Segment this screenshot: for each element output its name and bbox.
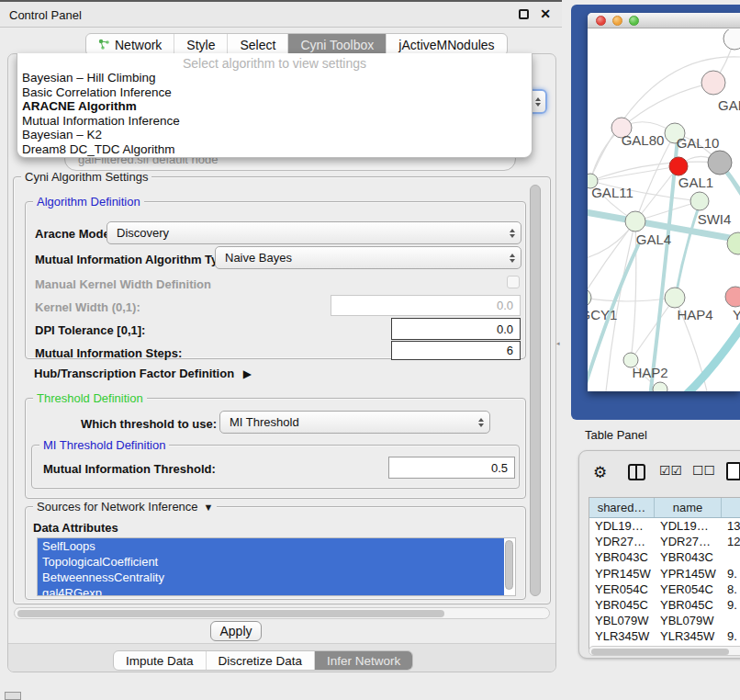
deselect-all-columns-icon[interactable]: ☐☐ [692, 463, 715, 478]
cell: 9. [722, 597, 740, 613]
cell: 13 [722, 518, 740, 534]
mi-threshold-field[interactable]: 0.5 [388, 457, 515, 479]
node-label: HAP2 [632, 365, 667, 380]
dpi-tolerance-label: DPI Tolerance [0,1]: [35, 323, 145, 337]
tab-jactivemnodules[interactable]: jActiveMNodules [387, 34, 506, 55]
node-gal1[interactable] [690, 192, 709, 210]
table-row[interactable]: YER054CYER054C8. [589, 581, 740, 597]
cell: 9. [722, 628, 740, 644]
settings-horizontal-scrollbar[interactable] [14, 607, 550, 619]
apply-label: Apply [219, 624, 252, 638]
sources-group: Sources for Network Inference ▼ Data Att… [25, 506, 526, 600]
table-horizontal-scrollbar[interactable] [589, 646, 740, 656]
table-row[interactable]: YBR045CYBR045C9. [589, 597, 740, 613]
node-y-partial[interactable] [725, 287, 740, 307]
list-item[interactable]: TopologicalCoefficient [38, 554, 504, 570]
algorithm-option[interactable]: Dream8 DC_TDC Algorithm [17, 142, 532, 157]
which-threshold-label: Which threshold to use: [81, 417, 217, 431]
tab-discretize-data[interactable]: Discretize Data [207, 651, 316, 670]
node-unlabeled[interactable] [653, 382, 667, 391]
mi-type-combobox[interactable]: Naive Bayes [215, 246, 521, 269]
node-table: shared… name YDL19…YDL19…13 YDR27…YDR27…… [589, 497, 740, 649]
gear-icon[interactable]: ⚙ [593, 463, 607, 482]
list-item[interactable]: gal4RGexp [38, 585, 504, 596]
node-gray[interactable] [708, 151, 732, 175]
new-table-icon[interactable] [726, 462, 740, 480]
control-panel-titlebar: Control Panel ✕ [0, 0, 562, 28]
dpi-tolerance-field[interactable]: 0.0 [391, 318, 521, 340]
column-header[interactable]: name [655, 498, 722, 517]
kernel-width-value: 0.0 [497, 299, 513, 312]
table-row[interactable]: YLR345WYLR345W9. [589, 628, 740, 644]
tab-impute-data[interactable]: Impute Data [114, 651, 207, 670]
algorithm-option[interactable]: Bayesian – Hill Climbing [17, 71, 532, 85]
manual-kernel-checkbox[interactable] [507, 276, 520, 288]
node-gal4[interactable] [625, 211, 645, 231]
float-window-icon[interactable] [519, 9, 529, 19]
aracne-mode-value: Discovery [117, 226, 169, 240]
algorithm-option-selected[interactable]: ARACNE Algorithm [17, 99, 532, 114]
kernel-width-label: Kernel Width (0,1): [35, 300, 140, 314]
spinner-icon [502, 229, 515, 238]
close-traffic-light-icon[interactable] [596, 16, 606, 26]
data-attributes-label: Data Attributes [33, 521, 118, 535]
list-item[interactable]: BetweennessCentrality [38, 570, 504, 585]
table-row[interactable]: YDL19…YDL19…13 [589, 518, 740, 534]
mi-steps-field[interactable]: 6 [391, 341, 521, 360]
node-selected-red[interactable] [669, 157, 688, 175]
tab-select[interactable]: Select [228, 34, 288, 55]
sources-title: Sources for Network Inference [37, 500, 198, 514]
aracne-mode-label: Aracne Mode: [35, 227, 114, 241]
node-gcy1[interactable] [588, 288, 591, 307]
minimize-traffic-light-icon[interactable] [612, 16, 622, 26]
algorithm-option[interactable]: Bayesian – K2 [17, 128, 532, 142]
node-label: GAL10 [677, 135, 720, 151]
column-header[interactable] [722, 498, 740, 517]
node-gal-partial[interactable] [701, 71, 725, 95]
node-hap4[interactable] [665, 288, 685, 308]
table-header-row: shared… name [589, 498, 740, 518]
network-view-window: GAL GAL80 GAL10 GAL1 GAL11 SWI4 GAL4 GCY… [588, 13, 740, 391]
cell [722, 549, 740, 565]
collapse-triangle-icon[interactable]: ▼ [204, 502, 214, 513]
tab-cyni-toolbox[interactable]: Cyni Toolbox [288, 34, 387, 55]
split-pane-handle[interactable]: ◂ [556, 339, 562, 347]
table-row[interactable]: YDR27…YDR27…12 [589, 534, 740, 549]
cell: YPR145W [655, 566, 722, 581]
expand-triangle-icon: ▶ [243, 367, 252, 380]
tab-style[interactable]: Style [174, 34, 228, 55]
aracne-mode-combobox[interactable]: Discovery [107, 221, 521, 244]
horizontal-scrollbar-thumb[interactable] [591, 649, 729, 655]
cell: YLR345W [589, 628, 655, 644]
horizontal-scrollbar-thumb[interactable] [17, 610, 444, 617]
algorithm-option[interactable]: Mutual Information Inference [17, 114, 532, 129]
tab-label: Network [115, 38, 162, 52]
network-canvas[interactable]: GAL GAL80 GAL10 GAL1 GAL11 SWI4 GAL4 GCY… [588, 29, 740, 391]
mi-threshold-label: Mutual Information Threshold: [43, 462, 216, 476]
close-icon[interactable]: ✕ [540, 6, 551, 21]
cell: YDL19… [589, 518, 655, 534]
select-all-columns-icon[interactable]: ☑☑ [659, 463, 682, 478]
tab-infer-network[interactable]: Infer Network [315, 651, 412, 670]
columns-icon[interactable] [628, 464, 645, 480]
desktop: { "control_panel": { "title": "Control P… [0, 0, 740, 700]
zoom-traffic-light-icon[interactable] [629, 16, 639, 26]
cyni-algorithm-settings-group: Cyni Algorithm Settings Algorithm Defini… [13, 176, 551, 604]
settings-vertical-scrollbar[interactable] [530, 185, 541, 596]
node-label: GAL1 [678, 175, 713, 190]
collapse-corner-button[interactable] [5, 692, 21, 700]
algorithm-option[interactable]: Basic Correlation Inference [17, 85, 532, 100]
tab-network[interactable]: Network [86, 34, 174, 55]
list-vertical-scrollbar[interactable] [505, 540, 513, 590]
kernel-width-field[interactable]: 0.0 [331, 295, 521, 316]
table-row[interactable]: YPR145WYPR145W9. [589, 566, 740, 581]
column-header[interactable]: shared… [589, 498, 655, 517]
apply-button[interactable]: Apply [210, 621, 262, 641]
list-item[interactable]: SelfLoops [38, 538, 504, 554]
node-unlabeled[interactable] [723, 29, 740, 50]
cyni-bottom-tabbar: Impute Data Discretize Data Infer Networ… [113, 650, 413, 671]
hub-definition-expander[interactable]: Hub/Transcription Factor Definition ▶ [34, 367, 252, 380]
which-threshold-combobox[interactable]: MI Threshold [219, 411, 490, 434]
table-row[interactable]: YBR043CYBR043C [589, 549, 740, 565]
table-row[interactable]: YBL079WYBL079W [589, 613, 740, 628]
